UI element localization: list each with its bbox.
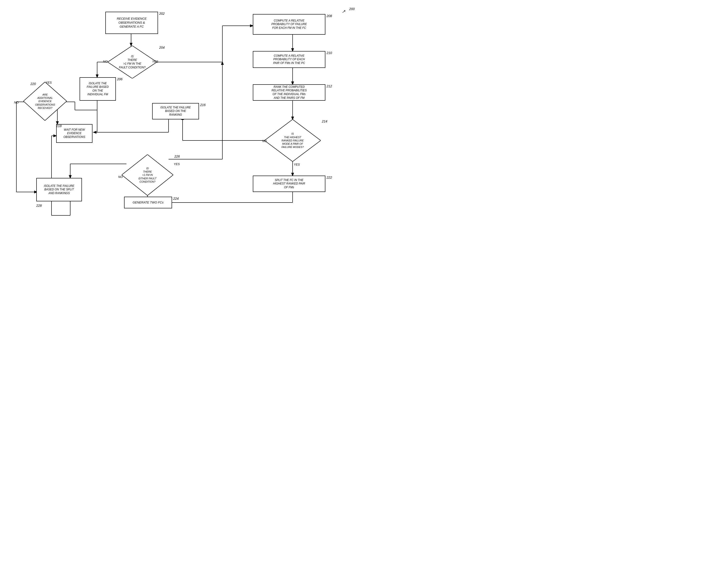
label-no-226: NO [118,175,123,179]
label-no-204: NO [103,60,108,63]
ref-200: 200 [349,7,355,11]
ref-228: 228 [36,204,42,207]
node-compute-pair: COMPUTE A RELATIVE PROBABILITY OF EACH P… [253,51,325,68]
node-receive-evidence: RECEIVE EVIDENCE OBSERVATIONS & GENERATE… [105,12,158,34]
node-is-there-fm: ISTHERE>1 FM IN THEFAULT CONDITION? [108,46,157,78]
ref-208: 208 [327,14,332,18]
label-yes-214: YES [294,163,300,166]
node-is-there-either: ISTHERE>1 FM INEITHER FAULTCONDITION? [122,155,173,195]
ref-206: 206 [117,77,122,81]
label-no-220: NO [14,101,19,104]
node-isolate-split: ISOLATE THE FAILURE BASED ON THE SPLIT A… [36,178,82,201]
ref-202: 202 [159,12,165,15]
node-compute-relative: COMPUTE A RELATIVE PROBABILITY OF FAILUR… [253,14,325,35]
ref-218: 218 [56,124,62,128]
ref-220: 220 [30,82,36,86]
ref-216: 216 [200,103,206,107]
node-rank-computed: RANK THE COMPUTED RELATIVE PROBABILITIES… [253,84,325,101]
ref-204: 204 [159,46,165,49]
ref-210: 210 [327,51,332,55]
label-yes-226: YES [174,162,180,166]
ref-222: 222 [327,176,332,179]
ref-226: 226 [174,155,180,158]
ref-arrow: ↗ [342,9,345,14]
node-isolate-ranking: ISOLATE THE FAILURE BASED ON THE RANKING [152,103,199,119]
ref-212: 212 [327,84,332,88]
node-is-highest-pair: ISTHE HIGHESTRANKED FAILUREMODE A PAIR O… [265,119,321,162]
node-split-fc: SPLIT THE FC IN THE HIGHEST RANKED PAIR … [253,176,325,192]
flowchart-diagram: 200 ↗ RECEIVE EVIDENCE OBSERVATIONS & GE… [0,0,364,284]
label-yes-204: YES [152,60,158,63]
ref-214: 214 [322,119,327,123]
ref-224: 224 [173,197,179,200]
label-no-214: NO [262,139,267,143]
node-are-additional: AREADDITIONALEVIDENCEOBSERVATIONSRECEIVE… [23,82,67,121]
node-isolate-individual: ISOLATE THE FAILURE BASED ON THE INDIVID… [80,77,116,101]
label-yes-220: YES [46,81,52,84]
node-generate-two: GENERATE TWO FCs [124,197,172,208]
